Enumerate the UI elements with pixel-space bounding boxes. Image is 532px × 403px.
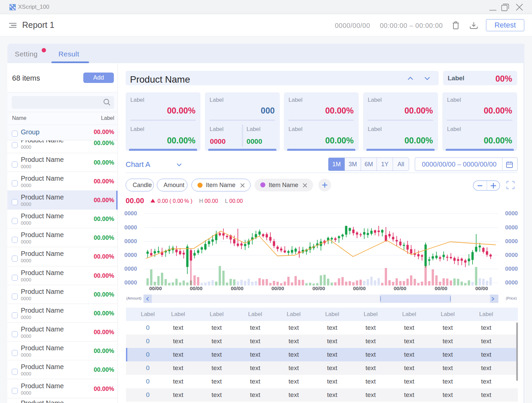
svg-text:0000: 0000 bbox=[124, 238, 137, 244]
svg-text:0000: 0000 bbox=[505, 224, 518, 231]
svg-text:00/00: 00/00 bbox=[435, 285, 447, 291]
svg-text:00/00: 00/00 bbox=[475, 285, 488, 291]
svg-text:00/00: 00/00 bbox=[231, 285, 243, 291]
svg-text:0000: 0000 bbox=[505, 252, 518, 258]
svg-text:0000: 0000 bbox=[124, 252, 137, 258]
svg-text:0000: 0000 bbox=[505, 210, 518, 217]
svg-text:0000: 0000 bbox=[124, 210, 137, 217]
svg-text:00/00: 00/00 bbox=[149, 285, 162, 291]
svg-text:0000: 0000 bbox=[505, 266, 518, 272]
svg-text:0000: 0000 bbox=[124, 266, 137, 272]
svg-text:00/00: 00/00 bbox=[190, 285, 203, 291]
svg-text:0000: 0000 bbox=[505, 279, 518, 286]
svg-text:00/00: 00/00 bbox=[394, 285, 406, 291]
svg-text:0000: 0000 bbox=[124, 279, 137, 286]
svg-text:00/00: 00/00 bbox=[271, 285, 284, 291]
svg-text:00/00: 00/00 bbox=[312, 285, 325, 291]
svg-text:0000: 0000 bbox=[505, 238, 518, 244]
svg-text:0000: 0000 bbox=[124, 224, 137, 231]
svg-text:00/00: 00/00 bbox=[353, 285, 366, 291]
